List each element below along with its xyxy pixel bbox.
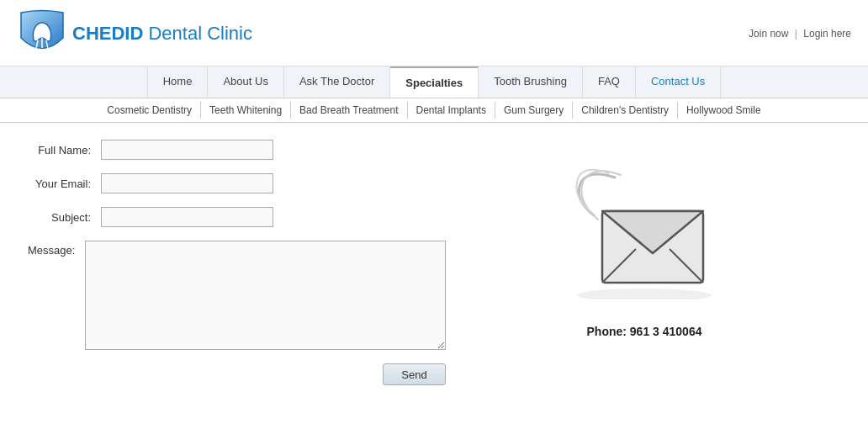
full-name-input[interactable] <box>101 140 273 160</box>
message-label: Message: <box>25 241 85 257</box>
email-row: Your Email: <box>25 173 446 193</box>
send-button[interactable]: Send <box>383 363 446 385</box>
nav-specialties[interactable]: Specialties <box>390 66 479 98</box>
header-right: Join now | Login here <box>749 28 851 40</box>
svg-point-0 <box>577 289 712 299</box>
header: CHEDID Dental Clinic Join now | Login he… <box>0 0 868 66</box>
full-name-row: Full Name: <box>25 140 446 160</box>
full-name-label: Full Name: <box>25 144 101 156</box>
logo-text: CHEDID Dental Clinic <box>72 23 252 45</box>
subject-row: Subject: <box>25 207 446 227</box>
separator: | <box>795 28 797 40</box>
subject-input[interactable] <box>101 207 273 227</box>
subnav-hollywood[interactable]: Hollywood Smile <box>678 102 770 119</box>
nav-contact[interactable]: Contact Us <box>636 66 721 98</box>
nav-tooth-brushing[interactable]: Tooth Brushing <box>479 66 583 98</box>
logo-icon <box>17 8 67 59</box>
mail-envelope-icon <box>569 165 720 299</box>
subnav-childrens[interactable]: Children's Dentistry <box>573 102 678 119</box>
nav-faq[interactable]: FAQ <box>583 66 636 98</box>
subject-label: Subject: <box>25 211 101 224</box>
nav-home[interactable]: Home <box>147 66 209 98</box>
subnav-whitening[interactable]: Teeth Whitening <box>201 102 291 119</box>
email-label: Your Email: <box>25 177 101 190</box>
message-textarea[interactable] <box>85 241 446 350</box>
subnav-bad-breath[interactable]: Bad Breath Treatment <box>291 102 407 119</box>
sub-nav: Cosmetic Dentistry Teeth Whitening Bad B… <box>0 98 868 123</box>
subnav-gum-surgery[interactable]: Gum Surgery <box>495 102 573 119</box>
send-row: Send <box>101 363 446 385</box>
login-link[interactable]: Login here <box>803 28 851 40</box>
right-section: Phone: 961 3 410064 <box>446 140 843 426</box>
nav-bar: Home About Us Ask The Doctor Specialties… <box>0 66 868 98</box>
contact-form-section: Full Name: Your Email: Subject: Message:… <box>25 140 446 426</box>
email-input[interactable] <box>101 173 273 193</box>
message-row: Message: <box>25 241 446 350</box>
join-now-link[interactable]: Join now <box>749 28 788 40</box>
nav-ask-doctor[interactable]: Ask The Doctor <box>284 66 390 98</box>
nav-about[interactable]: About Us <box>208 66 283 98</box>
subnav-cosmetic[interactable]: Cosmetic Dentistry <box>98 102 201 119</box>
phone-info: Phone: 961 3 410064 <box>587 325 702 338</box>
logo-area: CHEDID Dental Clinic <box>17 8 252 59</box>
mail-icon-container <box>569 165 720 299</box>
main-content: Full Name: Your Email: Subject: Message:… <box>0 123 868 442</box>
subnav-implants[interactable]: Dental Implants <box>408 102 495 119</box>
